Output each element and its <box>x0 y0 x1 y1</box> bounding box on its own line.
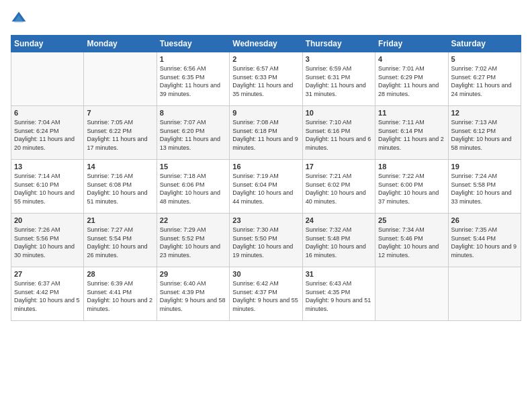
day-cell: 5Sunrise: 7:02 AMSunset: 6:27 PMDaylight… <box>448 52 521 106</box>
day-number: 23 <box>232 216 299 224</box>
day-info: Sunrise: 7:30 AMSunset: 5:50 PMDaylight:… <box>232 226 299 259</box>
day-info: Sunrise: 7:18 AMSunset: 6:06 PMDaylight:… <box>160 172 226 205</box>
day-cell <box>11 52 84 106</box>
day-info: Sunrise: 7:10 AMSunset: 6:16 PMDaylight:… <box>306 118 372 152</box>
day-cell: 21Sunrise: 7:27 AMSunset: 5:54 PMDayligh… <box>84 214 157 267</box>
logo <box>11 11 30 27</box>
day-cell: 26Sunrise: 7:35 AMSunset: 5:44 PMDayligh… <box>448 214 521 267</box>
week-row-4: 20Sunrise: 7:26 AMSunset: 5:56 PMDayligh… <box>11 214 521 267</box>
day-info: Sunrise: 7:02 AMSunset: 6:27 PMDaylight:… <box>451 64 518 98</box>
weekday-header-friday: Friday <box>375 36 448 52</box>
day-number: 9 <box>232 109 299 117</box>
page-header <box>11 11 521 27</box>
day-number: 29 <box>160 270 226 278</box>
day-info: Sunrise: 6:39 AMSunset: 4:41 PMDaylight:… <box>87 279 153 313</box>
day-number: 15 <box>160 163 226 171</box>
day-cell <box>448 267 521 321</box>
weekday-header-wednesday: Wednesday <box>230 36 302 52</box>
day-number: 26 <box>451 216 518 224</box>
day-info: Sunrise: 7:24 AMSunset: 5:58 PMDaylight:… <box>451 172 518 205</box>
day-number: 17 <box>306 163 372 171</box>
day-number: 2 <box>232 55 299 63</box>
logo-icon <box>11 11 27 27</box>
day-info: Sunrise: 6:57 AMSunset: 6:33 PMDaylight:… <box>232 64 299 98</box>
day-cell: 17Sunrise: 7:21 AMSunset: 6:02 PMDayligh… <box>302 160 375 214</box>
day-info: Sunrise: 6:37 AMSunset: 4:42 PMDaylight:… <box>14 279 81 313</box>
day-cell: 27Sunrise: 6:37 AMSunset: 4:42 PMDayligh… <box>11 267 84 321</box>
day-number: 31 <box>306 270 372 278</box>
day-info: Sunrise: 6:40 AMSunset: 4:39 PMDaylight:… <box>160 279 226 313</box>
day-cell: 31Sunrise: 6:43 AMSunset: 4:35 PMDayligh… <box>302 267 375 321</box>
day-info: Sunrise: 7:08 AMSunset: 6:18 PMDaylight:… <box>232 118 299 152</box>
day-cell: 1Sunrise: 6:56 AMSunset: 6:35 PMDaylight… <box>157 52 229 106</box>
day-cell: 7Sunrise: 7:05 AMSunset: 6:22 PMDaylight… <box>84 106 157 160</box>
day-cell: 10Sunrise: 7:10 AMSunset: 6:16 PMDayligh… <box>302 106 375 160</box>
day-cell: 15Sunrise: 7:18 AMSunset: 6:06 PMDayligh… <box>157 160 229 214</box>
day-number: 20 <box>14 216 81 224</box>
day-cell <box>84 52 157 106</box>
weekday-header-sunday: Sunday <box>11 36 84 52</box>
weekday-header-thursday: Thursday <box>302 36 375 52</box>
day-number: 22 <box>160 216 226 224</box>
day-number: 4 <box>378 55 445 63</box>
day-cell <box>375 267 448 321</box>
day-cell: 9Sunrise: 7:08 AMSunset: 6:18 PMDaylight… <box>230 106 302 160</box>
day-number: 14 <box>87 163 153 171</box>
day-number: 18 <box>378 163 445 171</box>
day-number: 30 <box>232 270 299 278</box>
day-cell: 20Sunrise: 7:26 AMSunset: 5:56 PMDayligh… <box>11 214 84 267</box>
day-number: 11 <box>378 109 445 117</box>
day-number: 8 <box>160 109 226 117</box>
weekday-header-monday: Monday <box>84 36 157 52</box>
day-info: Sunrise: 6:56 AMSunset: 6:35 PMDaylight:… <box>160 64 226 98</box>
day-info: Sunrise: 6:42 AMSunset: 4:37 PMDaylight:… <box>232 279 299 313</box>
day-number: 28 <box>87 270 153 278</box>
day-number: 3 <box>306 55 372 63</box>
day-cell: 16Sunrise: 7:19 AMSunset: 6:04 PMDayligh… <box>230 160 302 214</box>
day-cell: 23Sunrise: 7:30 AMSunset: 5:50 PMDayligh… <box>230 214 302 267</box>
day-info: Sunrise: 7:13 AMSunset: 6:12 PMDaylight:… <box>451 118 518 152</box>
calendar-table: SundayMondayTuesdayWednesdayThursdayFrid… <box>11 35 521 321</box>
day-cell: 6Sunrise: 7:04 AMSunset: 6:24 PMDaylight… <box>11 106 84 160</box>
day-cell: 22Sunrise: 7:29 AMSunset: 5:52 PMDayligh… <box>157 214 229 267</box>
day-info: Sunrise: 7:16 AMSunset: 6:08 PMDaylight:… <box>87 172 153 205</box>
day-cell: 4Sunrise: 7:01 AMSunset: 6:29 PMDaylight… <box>375 52 448 106</box>
weekday-header-saturday: Saturday <box>448 36 521 52</box>
day-number: 16 <box>232 163 299 171</box>
day-cell: 30Sunrise: 6:42 AMSunset: 4:37 PMDayligh… <box>230 267 302 321</box>
day-info: Sunrise: 7:27 AMSunset: 5:54 PMDaylight:… <box>87 226 153 259</box>
day-cell: 28Sunrise: 6:39 AMSunset: 4:41 PMDayligh… <box>84 267 157 321</box>
week-row-3: 13Sunrise: 7:14 AMSunset: 6:10 PMDayligh… <box>11 160 521 214</box>
day-cell: 11Sunrise: 7:11 AMSunset: 6:14 PMDayligh… <box>375 106 448 160</box>
day-number: 27 <box>14 270 81 278</box>
day-info: Sunrise: 7:11 AMSunset: 6:14 PMDaylight:… <box>378 118 445 152</box>
day-number: 13 <box>14 163 81 171</box>
day-number: 21 <box>87 216 153 224</box>
day-cell: 8Sunrise: 7:07 AMSunset: 6:20 PMDaylight… <box>157 106 229 160</box>
week-row-5: 27Sunrise: 6:37 AMSunset: 4:42 PMDayligh… <box>11 267 521 321</box>
day-number: 24 <box>306 216 372 224</box>
day-info: Sunrise: 7:07 AMSunset: 6:20 PMDaylight:… <box>160 118 226 152</box>
day-info: Sunrise: 7:05 AMSunset: 6:22 PMDaylight:… <box>87 118 153 152</box>
day-cell: 12Sunrise: 7:13 AMSunset: 6:12 PMDayligh… <box>448 106 521 160</box>
day-info: Sunrise: 7:29 AMSunset: 5:52 PMDaylight:… <box>160 226 226 259</box>
day-info: Sunrise: 7:04 AMSunset: 6:24 PMDaylight:… <box>14 118 81 152</box>
day-info: Sunrise: 7:14 AMSunset: 6:10 PMDaylight:… <box>14 172 81 205</box>
day-info: Sunrise: 6:43 AMSunset: 4:35 PMDaylight:… <box>306 279 372 313</box>
day-number: 6 <box>14 109 81 117</box>
day-info: Sunrise: 7:32 AMSunset: 5:48 PMDaylight:… <box>306 226 372 259</box>
week-row-2: 6Sunrise: 7:04 AMSunset: 6:24 PMDaylight… <box>11 106 521 160</box>
day-cell: 19Sunrise: 7:24 AMSunset: 5:58 PMDayligh… <box>448 160 521 214</box>
day-info: Sunrise: 7:01 AMSunset: 6:29 PMDaylight:… <box>378 64 445 98</box>
day-cell: 2Sunrise: 6:57 AMSunset: 6:33 PMDaylight… <box>230 52 302 106</box>
day-info: Sunrise: 7:35 AMSunset: 5:44 PMDaylight:… <box>451 226 518 259</box>
day-number: 12 <box>451 109 518 117</box>
day-info: Sunrise: 7:21 AMSunset: 6:02 PMDaylight:… <box>306 172 372 205</box>
day-info: Sunrise: 6:59 AMSunset: 6:31 PMDaylight:… <box>306 64 372 98</box>
day-number: 25 <box>378 216 445 224</box>
day-number: 1 <box>160 55 226 63</box>
day-cell: 18Sunrise: 7:22 AMSunset: 6:00 PMDayligh… <box>375 160 448 214</box>
day-cell: 14Sunrise: 7:16 AMSunset: 6:08 PMDayligh… <box>84 160 157 214</box>
day-cell: 3Sunrise: 6:59 AMSunset: 6:31 PMDaylight… <box>302 52 375 106</box>
day-info: Sunrise: 7:34 AMSunset: 5:46 PMDaylight:… <box>378 226 445 259</box>
